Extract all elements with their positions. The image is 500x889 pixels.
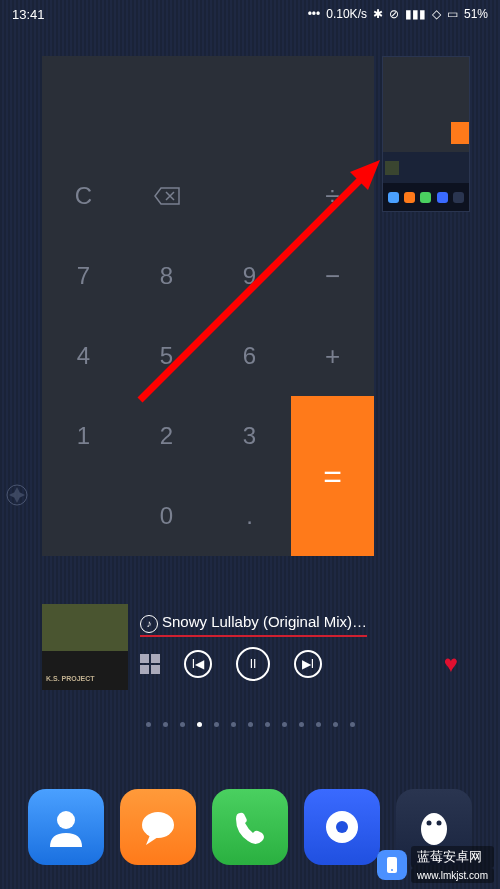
like-button[interactable]: ♥ — [444, 650, 458, 678]
contacts-app[interactable] — [28, 789, 104, 865]
preview-album-icon — [385, 161, 399, 175]
svg-point-11 — [391, 869, 393, 871]
song-title[interactable]: ♪Snowy Lullaby (Original Mix)… — [140, 613, 367, 636]
watermark-logo-icon — [377, 850, 407, 880]
two-button[interactable]: 2 — [125, 396, 208, 476]
zero-button[interactable]: 0 — [125, 476, 208, 556]
svg-point-9 — [437, 821, 442, 826]
battery-icon: ▭ — [447, 7, 458, 21]
prev-track-button[interactable]: I◀ — [184, 650, 212, 678]
album-art[interactable] — [42, 604, 128, 690]
plus-button[interactable]: + — [291, 316, 374, 396]
playlist-grid-button[interactable] — [140, 654, 160, 674]
preview-dock-icon — [437, 192, 448, 203]
page-dot[interactable] — [146, 722, 151, 727]
wifi-icon: ◇ — [432, 7, 441, 21]
messages-icon — [136, 805, 180, 849]
page-dot[interactable] — [180, 722, 185, 727]
four-button[interactable]: 4 — [42, 316, 125, 396]
multitask-preview[interactable] — [382, 56, 470, 212]
calculator-display — [42, 56, 374, 156]
clear-button[interactable]: C — [42, 156, 125, 236]
signal-icon: ▮▮▮ — [405, 7, 426, 21]
page-dot[interactable] — [214, 722, 219, 727]
svg-point-4 — [142, 812, 174, 838]
dot-button[interactable]: . — [208, 476, 291, 556]
equals-button[interactable]: = — [291, 396, 374, 556]
net-speed: 0.10K/s — [326, 7, 367, 21]
preview-dock-icon — [404, 192, 415, 203]
bluetooth-icon: ✱ — [373, 7, 383, 21]
battery-pct: 51% — [464, 7, 488, 21]
backspace-icon — [154, 187, 180, 205]
svg-point-8 — [427, 821, 432, 826]
preview-equals-icon — [451, 122, 469, 144]
page-dot[interactable] — [316, 722, 321, 727]
camera-shutter-icon[interactable] — [6, 484, 28, 506]
minus-button[interactable]: − — [291, 236, 374, 316]
page-dot[interactable] — [282, 722, 287, 727]
watermark-url: www.lmkjst.com — [411, 868, 494, 883]
divide-button[interactable]: ÷ — [291, 156, 374, 236]
watermark: 蓝莓安卓网 www.lmkjst.com — [377, 846, 494, 883]
dnd-icon: ⊘ — [389, 7, 399, 21]
prev-icon: I◀ — [192, 657, 204, 671]
pause-button[interactable]: II — [236, 647, 270, 681]
penguin-icon — [412, 805, 456, 849]
page-dot[interactable] — [248, 722, 253, 727]
preview-music-widget — [383, 152, 469, 183]
next-track-button[interactable]: ▶I — [294, 650, 322, 678]
browser-icon — [320, 805, 364, 849]
song-title-text: Snowy Lullaby (Original Mix)… — [162, 613, 367, 630]
svg-point-3 — [57, 811, 75, 829]
netease-music-icon: ♪ — [140, 615, 158, 633]
music-controls: I◀ II ▶I ♥ — [140, 647, 458, 681]
music-info: ♪Snowy Lullaby (Original Mix)… I◀ II ▶I … — [128, 613, 458, 680]
page-dot[interactable] — [265, 722, 270, 727]
page-dot[interactable] — [299, 722, 304, 727]
pause-icon: II — [250, 657, 257, 671]
preview-dock — [383, 183, 469, 211]
eight-button[interactable]: 8 — [125, 236, 208, 316]
browser-app[interactable] — [304, 789, 380, 865]
nine-button[interactable]: 9 — [208, 236, 291, 316]
phone-app[interactable] — [212, 789, 288, 865]
preview-dock-icon — [388, 192, 399, 203]
phone-icon — [228, 805, 272, 849]
backspace-button[interactable] — [125, 156, 208, 236]
seven-button[interactable]: 7 — [42, 236, 125, 316]
preview-calculator — [383, 57, 469, 152]
page-dot[interactable] — [333, 722, 338, 727]
status-right: ••• 0.10K/s ✱ ⊘ ▮▮▮ ◇ ▭ 51% — [308, 7, 488, 21]
messages-app[interactable] — [120, 789, 196, 865]
calculator-widget[interactable]: C ÷ 7 8 9 − 4 5 6 + 1 2 3 = 0 . — [42, 56, 374, 556]
page-dot-active[interactable] — [197, 722, 202, 727]
six-button[interactable]: 6 — [208, 316, 291, 396]
page-dot[interactable] — [231, 722, 236, 727]
page-indicator[interactable] — [0, 722, 500, 727]
five-button[interactable]: 5 — [125, 316, 208, 396]
preview-dock-icon — [453, 192, 464, 203]
next-icon: ▶I — [302, 657, 314, 671]
status-dots-icon: ••• — [308, 7, 321, 21]
page-dot[interactable] — [350, 722, 355, 727]
page-dot[interactable] — [163, 722, 168, 727]
watermark-site: 蓝莓安卓网 — [411, 846, 494, 868]
one-button[interactable]: 1 — [42, 396, 125, 476]
contacts-icon — [44, 805, 88, 849]
music-widget[interactable]: ♪Snowy Lullaby (Original Mix)… I◀ II ▶I … — [42, 604, 458, 690]
status-time: 13:41 — [12, 7, 45, 22]
status-bar: 13:41 ••• 0.10K/s ✱ ⊘ ▮▮▮ ◇ ▭ 51% — [0, 0, 500, 28]
three-button[interactable]: 3 — [208, 396, 291, 476]
svg-point-6 — [336, 821, 348, 833]
svg-point-7 — [421, 813, 447, 845]
preview-dock-icon — [420, 192, 431, 203]
